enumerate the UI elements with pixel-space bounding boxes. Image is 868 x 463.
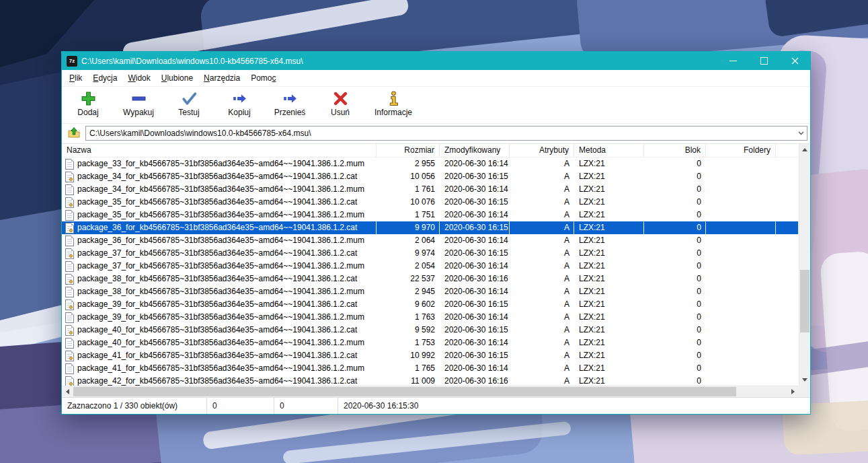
toolbar: Dodaj Wypakuj Testuj Kopiuj Przenieś bbox=[62, 87, 810, 124]
add-button[interactable]: Dodaj bbox=[69, 89, 108, 118]
minimize-button[interactable] bbox=[717, 52, 748, 70]
table-row[interactable]: package_40_for_kb4566785~31bf3856ad364e3… bbox=[62, 324, 799, 336]
titlebar[interactable]: 7z C:\Users\kamil\Downloads\windows10.0-… bbox=[62, 52, 810, 70]
file-icon bbox=[65, 376, 74, 386]
table-row[interactable]: package_37_for_kb4566785~31bf3856ad364e3… bbox=[62, 247, 799, 260]
table-row[interactable]: package_37_for_kb4566785~31bf3856ad364e3… bbox=[62, 260, 799, 273]
column-header-size[interactable]: Rozmiar bbox=[377, 144, 440, 157]
table-row[interactable]: package_36_for_kb4566785~31bf3856ad364e3… bbox=[62, 234, 799, 247]
file-method-cell: LZX:21 bbox=[574, 311, 644, 324]
file-size-cell: 1 753 bbox=[377, 336, 440, 349]
file-icon bbox=[65, 363, 74, 374]
column-header-folders[interactable]: Foldery bbox=[706, 144, 776, 157]
file-name: package_36_for_kb4566785~31bf3856ad364e3… bbox=[77, 221, 357, 234]
copy-arrow-icon bbox=[231, 90, 248, 107]
table-row[interactable]: package_39_for_kb4566785~31bf3856ad364e3… bbox=[62, 298, 799, 311]
table-row[interactable]: package_34_for_kb4566785~31bf3856ad364e3… bbox=[62, 183, 799, 196]
delete-button[interactable]: Usuń bbox=[321, 89, 360, 118]
file-folders-cell bbox=[706, 273, 776, 285]
file-block-cell: 0 bbox=[644, 336, 706, 349]
horizontal-scroll-thumb[interactable] bbox=[73, 387, 736, 396]
file-attributes-cell: A bbox=[510, 324, 574, 336]
column-header-block[interactable]: Blok bbox=[644, 144, 706, 157]
delete-x-icon bbox=[331, 90, 349, 107]
menu-item-widok[interactable]: Widok bbox=[122, 70, 155, 86]
test-checkmark-icon bbox=[180, 90, 198, 107]
table-row[interactable]: package_40_for_kb4566785~31bf3856ad364e3… bbox=[62, 336, 799, 349]
row-filler-cell bbox=[776, 324, 799, 336]
file-block-cell: 0 bbox=[644, 260, 706, 273]
column-header-method[interactable]: Metoda bbox=[574, 144, 644, 157]
file-folders-cell bbox=[706, 170, 776, 183]
file-method-cell: LZX:21 bbox=[574, 221, 644, 234]
file-size-cell: 22 537 bbox=[377, 273, 440, 285]
triangle-up-icon bbox=[802, 148, 807, 151]
table-row[interactable]: package_36_for_kb4566785~31bf3856ad364e3… bbox=[62, 221, 799, 234]
file-icon bbox=[65, 274, 74, 285]
table-row[interactable]: package_34_for_kb4566785~31bf3856ad364e3… bbox=[62, 170, 799, 183]
maximize-button[interactable] bbox=[748, 52, 779, 70]
maximize-icon bbox=[760, 57, 768, 65]
vertical-scrollbar[interactable] bbox=[799, 144, 810, 386]
file-modified-cell: 2020-06-30 16:16 bbox=[440, 375, 510, 386]
file-name: package_40_for_kb4566785~31bf3856ad364e3… bbox=[77, 324, 357, 336]
row-filler-cell bbox=[776, 183, 799, 196]
minimize-icon bbox=[729, 61, 737, 61]
close-button[interactable] bbox=[779, 52, 810, 70]
menu-item-narzędzia[interactable]: Narzędzia bbox=[198, 70, 245, 86]
table-row[interactable]: package_35_for_kb4566785~31bf3856ad364e3… bbox=[62, 196, 799, 209]
file-folders-cell bbox=[706, 298, 776, 311]
file-size-cell: 1 763 bbox=[377, 311, 440, 324]
move-button[interactable]: Przenieś bbox=[270, 89, 309, 118]
extract-button[interactable]: Wypakuj bbox=[119, 89, 158, 118]
file-size-cell: 10 992 bbox=[377, 349, 440, 362]
menu-item-pomoc[interactable]: Pomoc bbox=[245, 70, 281, 86]
file-modified-cell: 2020-06-30 16:15 bbox=[440, 349, 510, 362]
file-method-cell: LZX:21 bbox=[574, 196, 644, 209]
test-button[interactable]: Testuj bbox=[169, 89, 208, 118]
file-size-cell: 9 974 bbox=[377, 247, 440, 260]
scrollbar-corner bbox=[799, 386, 810, 397]
row-filler-cell bbox=[776, 336, 799, 349]
scroll-left-arrow[interactable] bbox=[62, 386, 73, 397]
menu-item-ulubione[interactable]: Ulubione bbox=[156, 70, 198, 86]
extract-minus-icon bbox=[130, 90, 147, 107]
menu-item-plik[interactable]: Plik bbox=[64, 70, 87, 86]
file-icon bbox=[65, 287, 74, 297]
table-row[interactable]: package_33_for_kb4566785~31bf3856ad364e3… bbox=[62, 157, 799, 170]
file-folders-cell bbox=[706, 221, 776, 234]
file-folders-cell bbox=[706, 285, 776, 298]
scroll-right-arrow[interactable] bbox=[787, 386, 799, 397]
file-icon bbox=[65, 261, 74, 272]
file-modified-cell: 2020-06-30 16:15 bbox=[440, 247, 510, 260]
table-row[interactable]: package_38_for_kb4566785~31bf3856ad364e3… bbox=[62, 285, 799, 298]
scroll-up-arrow[interactable] bbox=[799, 144, 810, 155]
column-header-filler bbox=[776, 144, 799, 157]
table-row[interactable]: package_41_for_kb4566785~31bf3856ad364e3… bbox=[62, 349, 799, 362]
table-row[interactable]: package_39_for_kb4566785~31bf3856ad364e3… bbox=[62, 311, 799, 324]
info-button[interactable]: Informacje bbox=[371, 89, 416, 118]
status-panel-3: 0 bbox=[274, 398, 338, 414]
file-name: package_36_for_kb4566785~31bf3856ad364e3… bbox=[77, 234, 364, 247]
file-name: package_33_for_kb4566785~31bf3856ad364e3… bbox=[77, 157, 364, 170]
scroll-down-arrow[interactable] bbox=[799, 374, 810, 386]
column-header-attributes[interactable]: Atrybuty bbox=[510, 144, 574, 157]
column-header-name[interactable]: Nazwa bbox=[62, 144, 377, 157]
column-header-modified[interactable]: Zmodyfikowany bbox=[440, 144, 510, 157]
file-folders-cell bbox=[706, 375, 776, 386]
copy-button[interactable]: Kopiuj bbox=[220, 89, 259, 118]
horizontal-scrollbar[interactable] bbox=[62, 386, 799, 397]
file-modified-cell: 2020-06-30 16:15 bbox=[440, 298, 510, 311]
table-row[interactable]: package_35_for_kb4566785~31bf3856ad364e3… bbox=[62, 209, 799, 221]
address-dropdown-button[interactable] bbox=[795, 127, 807, 140]
address-input[interactable] bbox=[86, 127, 795, 139]
file-name: package_38_for_kb4566785~31bf3856ad364e3… bbox=[77, 285, 364, 298]
menu-item-edycja[interactable]: Edycja bbox=[87, 70, 122, 86]
table-row[interactable]: package_42_for_kb4566785~31bf3856ad364e3… bbox=[62, 375, 799, 386]
triangle-right-icon bbox=[791, 389, 795, 394]
up-one-level-button[interactable] bbox=[66, 126, 82, 141]
table-row[interactable]: package_41_for_kb4566785~31bf3856ad364e3… bbox=[62, 362, 799, 375]
file-method-cell: LZX:21 bbox=[574, 375, 644, 386]
vertical-scroll-thumb[interactable] bbox=[800, 270, 810, 332]
table-row[interactable]: package_38_for_kb4566785~31bf3856ad364e3… bbox=[62, 273, 799, 285]
